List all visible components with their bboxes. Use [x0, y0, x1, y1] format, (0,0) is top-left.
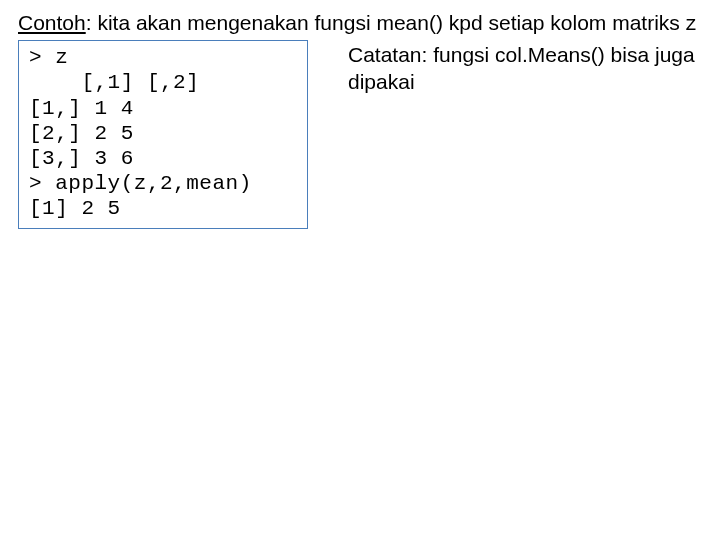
code-line: > apply(z,2,mean)	[29, 172, 252, 195]
code-box: > z [,1] [,2] [1,] 1 4 [2,] 2 5 [3,] 3 6…	[18, 40, 308, 228]
heading-sep: :	[86, 11, 98, 34]
code-line: [,1] [,2]	[29, 71, 199, 94]
note-text: Catatan: fungsi col.Means() bisa juga di…	[348, 40, 700, 95]
code-line: [2,] 2 5	[29, 122, 134, 145]
content-columns: > z [,1] [,2] [1,] 1 4 [2,] 2 5 [3,] 3 6…	[18, 40, 700, 228]
heading: Contoh: kita akan mengenakan fungsi mean…	[18, 10, 700, 36]
heading-text: kita akan mengenakan fungsi mean() kpd s…	[97, 11, 696, 34]
slide: Contoh: kita akan mengenakan fungsi mean…	[0, 0, 720, 540]
code-line: [1] 2 5	[29, 197, 121, 220]
code-line: [1,] 1 4	[29, 97, 134, 120]
heading-label: Contoh	[18, 11, 86, 34]
code-line: > z	[29, 46, 68, 69]
code-line: [3,] 3 6	[29, 147, 134, 170]
